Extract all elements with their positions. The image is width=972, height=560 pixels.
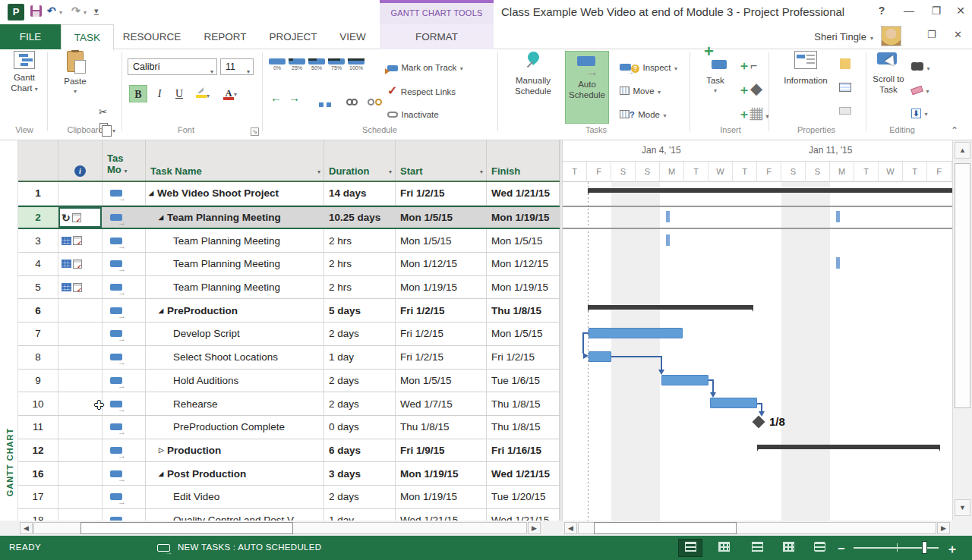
help-button[interactable]: ? (870, 5, 893, 17)
new-tasks-status[interactable]: NEW TASKS : AUTO SCHEDULED (178, 543, 321, 552)
underline-button[interactable]: U (170, 85, 188, 102)
insert-task-button[interactable]: Task ▾ (697, 51, 734, 96)
link-tasks-button[interactable] (346, 95, 358, 109)
column-header-duration[interactable]: Duration▾ (324, 140, 396, 181)
task-bar-select-shoot-locations[interactable] (589, 351, 611, 362)
view-task-usage-button[interactable] (712, 539, 736, 557)
table-scroll-left-icon[interactable]: ◀ (20, 522, 33, 534)
table-row[interactable]: 11 PreProduction Complete 0 daysThu 1/8/… (18, 416, 560, 439)
expand-icon[interactable] (159, 470, 167, 477)
auto-schedule-button[interactable]: Auto Schedule (565, 51, 609, 124)
task-bar-hold-auditions[interactable] (661, 375, 708, 385)
timescale-weeks[interactable]: Jan 4, '15 Jan 11, '15 (563, 140, 952, 162)
table-row[interactable]: 18 Quality Control and Post V 1 dayWed 1… (18, 509, 560, 521)
add-to-timeline-button[interactable] (839, 104, 851, 118)
table-row[interactable]: 3 Team Planning Meeting 2 hrsMon 1/5/15M… (18, 229, 560, 253)
vertical-scroll-thumb[interactable] (955, 163, 970, 408)
inspect-button[interactable]: ? Inspect ▾ (620, 60, 677, 74)
expand-icon[interactable] (159, 214, 167, 221)
notes-button[interactable] (840, 58, 850, 72)
view-bar-label[interactable]: GANTT CHART (5, 405, 14, 519)
collapse-icon[interactable] (159, 446, 167, 454)
table-row[interactable]: 16 Post Production 3 daysMon 1/19/15Wed … (18, 462, 560, 486)
summary-bar-preproduction[interactable] (588, 305, 753, 310)
undo-icon[interactable]: ↶ (47, 5, 56, 17)
timescale-days[interactable]: T F S S M T W T F S S M T W T F (563, 162, 952, 182)
font-dialog-launcher-icon[interactable]: ⇘ (251, 127, 259, 136)
highlight-color-button[interactable]: ▾ (196, 87, 210, 101)
column-header-task-mode[interactable]: TasMo ▾ (103, 140, 146, 181)
expand-icon[interactable] (149, 190, 157, 197)
tab-task[interactable]: TASK (61, 24, 114, 50)
close-button[interactable]: ✕ (949, 5, 972, 17)
tab-report[interactable]: REPORT (190, 24, 260, 49)
pct-25-button[interactable]: 25% (289, 58, 305, 71)
view-report-button[interactable] (807, 539, 832, 557)
gantt-chart-view-button[interactable]: Gantt Chart ▾ (5, 51, 44, 95)
table-row[interactable]: 1 Web Video Shoot Project 14 daysFri 1/2… (18, 182, 560, 206)
table-row-selected[interactable]: 2 Team Planning Meeting 10.25 daysMon 1/… (18, 206, 560, 230)
restore-button[interactable]: ❐ (925, 5, 948, 17)
insert-deliverable-button[interactable]: ＋▦ ▾ (738, 107, 768, 123)
summary-bar-project[interactable] (588, 188, 952, 193)
fill-button[interactable]: ⬇ ▾ (911, 105, 927, 119)
zoom-out-icon[interactable]: − (838, 542, 844, 555)
minimize-button[interactable]: — (898, 5, 920, 17)
task-bar-rehearse[interactable] (710, 398, 757, 408)
information-button[interactable]: Information (775, 51, 837, 86)
details-button[interactable] (839, 81, 851, 95)
unlink-tasks-button[interactable] (368, 95, 382, 109)
paste-button[interactable]: Paste ▾ (56, 51, 94, 97)
table-row[interactable]: 7 Develop Script 2 daysFri 1/2/15Mon 1/5… (18, 322, 560, 346)
scroll-to-task-button[interactable]: Scroll to Task (869, 51, 908, 95)
column-header-info[interactable]: i (58, 140, 103, 181)
view-resource-sheet-button[interactable] (776, 539, 800, 557)
tab-project[interactable]: PROJECT (260, 24, 326, 49)
clear-button[interactable]: ▾ (911, 83, 929, 96)
save-icon[interactable] (30, 5, 42, 17)
column-header-finish[interactable]: Finish (487, 140, 560, 181)
expand-icon[interactable] (159, 307, 167, 314)
tab-format[interactable]: FORMAT (380, 24, 494, 49)
table-row[interactable]: 9 Hold Auditions 2 daysMon 1/5/15Tue 1/6… (18, 370, 560, 393)
table-row[interactable]: 12 Production 6 daysFri 1/9/15Fri 1/16/1… (18, 439, 560, 463)
qat-customize-icon[interactable]: ▾ (94, 6, 99, 15)
view-gantt-button[interactable] (678, 539, 702, 557)
scroll-up-icon[interactable]: ▲ (955, 142, 970, 159)
font-size-combo[interactable]: 11▾ (220, 58, 254, 75)
undo-dropdown-icon[interactable]: ▾ (59, 9, 62, 16)
font-name-combo[interactable]: Calibri▾ (128, 58, 217, 75)
indent-task-button[interactable]: → (289, 91, 300, 104)
select-all-corner[interactable] (18, 140, 58, 181)
redo-icon[interactable]: ↷ (71, 5, 80, 17)
table-row[interactable]: 6 PreProduction 5 daysFri 1/2/15Thu 1/8/… (18, 299, 560, 322)
zoom-slider-thumb[interactable] (922, 541, 927, 554)
insert-summary-button[interactable]: ＋◆ (738, 83, 762, 99)
user-account[interactable]: Sheri Tingle (814, 24, 873, 51)
column-header-start[interactable]: Start▾ (396, 140, 487, 181)
italic-button[interactable]: I (150, 85, 169, 102)
tab-file[interactable]: FILE (0, 24, 61, 49)
tab-view[interactable]: VIEW (326, 24, 380, 49)
user-avatar[interactable] (881, 26, 901, 46)
respect-links-button[interactable]: ✓ Respect Links (387, 83, 456, 98)
cut-button[interactable]: ✂ (99, 105, 107, 118)
chart-scroll-right-icon[interactable]: ▶ (937, 522, 950, 534)
pct-0-button[interactable]: 0% (269, 58, 286, 71)
table-row[interactable]: 17 Edit Video 2 daysMon 1/19/15Tue 1/20/… (18, 486, 560, 509)
doc-close-button[interactable]: ✕ (954, 29, 962, 40)
pct-75-button[interactable]: 75% (328, 58, 345, 71)
scroll-down-icon[interactable]: ▼ (955, 499, 970, 516)
recurring-occurrence-tick[interactable] (666, 234, 670, 246)
task-bar-develop-script[interactable] (589, 328, 683, 338)
view-team-planner-button[interactable] (745, 539, 769, 557)
mode-button[interactable]: ? Mode ▾ (620, 107, 666, 121)
pct-100-button[interactable]: 100% (348, 58, 364, 71)
find-button[interactable]: ▾ (911, 60, 929, 74)
table-row[interactable]: 5 Team Planning Meeting 2 hrsMon 1/19/15… (18, 276, 560, 300)
recurring-occurrence-tick[interactable] (836, 257, 840, 269)
zoom-in-icon[interactable]: ＋ (946, 542, 958, 558)
insert-milestone-button[interactable]: ＋⌐ (738, 58, 757, 74)
doc-restore-button[interactable]: ❐ (927, 29, 936, 40)
move-button[interactable]: Move ▾ (620, 83, 661, 97)
